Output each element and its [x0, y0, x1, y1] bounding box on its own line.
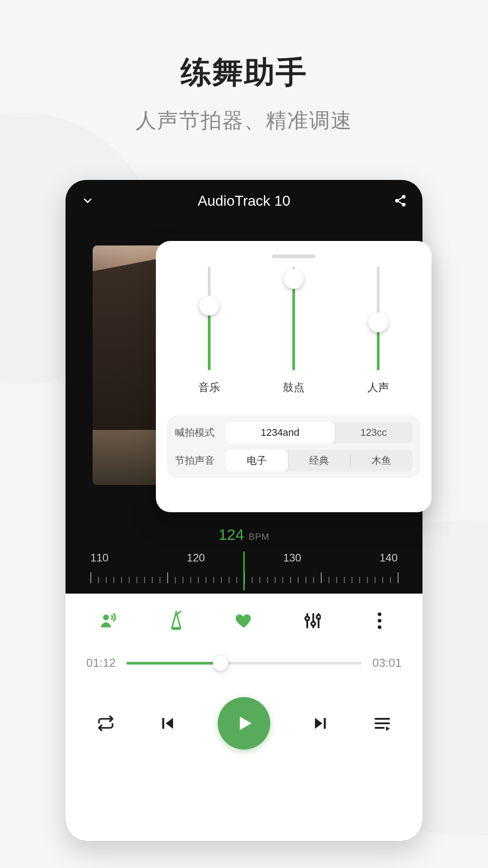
slider-thumb[interactable] — [199, 296, 219, 316]
ruler-cursor — [244, 552, 245, 590]
slider-label: 音乐 — [198, 380, 220, 395]
slider-beat: 鼓点 — [267, 266, 321, 411]
slider-voice: 人声 — [351, 266, 405, 411]
svg-rect-7 — [172, 628, 181, 630]
count-mode-option[interactable]: 123cc — [335, 422, 413, 443]
slider-fill — [292, 279, 295, 370]
favorite-heart-icon[interactable] — [232, 609, 256, 632]
svg-point-0 — [403, 196, 405, 198]
svg-point-16 — [378, 625, 381, 629]
beat-sound-option[interactable]: 电子 — [225, 450, 288, 472]
play-button[interactable] — [218, 697, 270, 750]
count-mode-segmented: 1234and 123cc — [225, 422, 413, 443]
svg-point-15 — [378, 619, 381, 623]
beat-sound-row: 节拍声音 电子 经典 木鱼 — [175, 450, 413, 472]
collapse-chevron-icon[interactable] — [80, 193, 95, 208]
svg-line-3 — [398, 198, 403, 200]
previous-button[interactable] — [156, 712, 179, 735]
hero-title: 练舞助手 — [0, 52, 488, 93]
svg-point-5 — [103, 614, 109, 620]
ruler-label: 110 — [90, 552, 108, 564]
time-elapsed: 01:12 — [86, 656, 116, 670]
player-topbar: AudioTrack 10 — [66, 180, 422, 222]
progress-thumb[interactable] — [213, 656, 228, 671]
repeat-button[interactable] — [94, 712, 117, 735]
svg-rect-18 — [324, 718, 326, 729]
controls-panel: 01:12 03:01 — [66, 594, 422, 841]
drag-handle[interactable] — [272, 255, 315, 258]
svg-point-11 — [311, 622, 315, 626]
segmented-group: 喊拍模式 1234and 123cc 节拍声音 电子 经典 木鱼 — [167, 415, 421, 478]
beat-sound-option[interactable]: 木鱼 — [350, 450, 413, 472]
svg-point-13 — [317, 615, 321, 619]
queue-button[interactable] — [371, 712, 394, 735]
beat-sound-option[interactable]: 经典 — [288, 450, 350, 472]
slider-track[interactable] — [292, 266, 295, 370]
count-mode-option[interactable]: 1234and — [225, 422, 335, 443]
slider-thumb[interactable] — [368, 312, 388, 332]
transport-controls — [66, 697, 422, 750]
equalizer-icon[interactable] — [300, 609, 324, 632]
promo-hero: 练舞助手 人声节拍器、精准调速 — [0, 0, 488, 135]
svg-point-2 — [403, 203, 405, 206]
slider-thumb[interactable] — [284, 269, 304, 289]
more-menu-icon[interactable] — [368, 609, 391, 632]
svg-rect-17 — [162, 718, 164, 729]
bpm-unit: BPM — [249, 532, 269, 542]
count-mode-label: 喊拍模式 — [175, 426, 218, 439]
time-total: 03:01 — [372, 656, 402, 670]
ruler-label: 140 — [380, 552, 398, 564]
bpm-readout: 124BPM — [66, 526, 422, 543]
next-button[interactable] — [309, 712, 332, 735]
slider-track[interactable] — [208, 266, 211, 370]
count-mode-row: 喊拍模式 1234and 123cc — [175, 422, 413, 443]
slider-label: 鼓点 — [283, 380, 305, 395]
share-icon[interactable] — [393, 193, 408, 208]
slider-music: 音乐 — [182, 266, 236, 411]
mixer-sliders: 音乐 鼓点 人声 — [167, 266, 421, 411]
mixer-popup: 音乐 鼓点 人声 喊拍模式 1234and 123cc 节拍声音 — [156, 241, 432, 512]
progress-row: 01:12 03:01 — [66, 656, 422, 670]
bpm-ruler[interactable]: 110 120 130 140 — [66, 552, 422, 588]
svg-point-1 — [396, 199, 399, 202]
slider-track[interactable] — [377, 266, 380, 370]
ruler-label: 130 — [283, 552, 301, 564]
feature-icon-row — [66, 594, 422, 648]
beat-sound-label: 节拍声音 — [175, 454, 218, 467]
svg-point-14 — [378, 613, 381, 616]
beat-sound-segmented: 电子 经典 木鱼 — [225, 450, 413, 472]
metronome-icon[interactable] — [164, 609, 188, 632]
progress-fill — [127, 662, 221, 665]
bpm-value: 124 — [218, 526, 244, 543]
ruler-label: 120 — [187, 552, 205, 564]
track-title: AudioTrack 10 — [197, 193, 290, 209]
voice-count-icon[interactable] — [97, 609, 120, 632]
svg-line-4 — [398, 201, 403, 204]
progress-slider[interactable] — [127, 662, 361, 665]
slider-label: 人声 — [367, 380, 389, 395]
svg-point-9 — [305, 617, 310, 621]
